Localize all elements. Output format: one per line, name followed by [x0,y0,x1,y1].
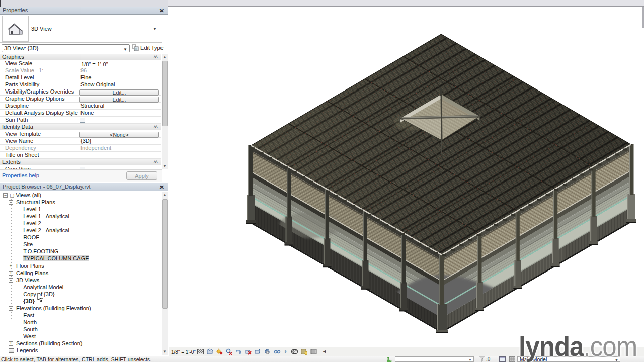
svg-text:9: 9 [239,350,242,355]
svg-text:9: 9 [284,350,286,353]
